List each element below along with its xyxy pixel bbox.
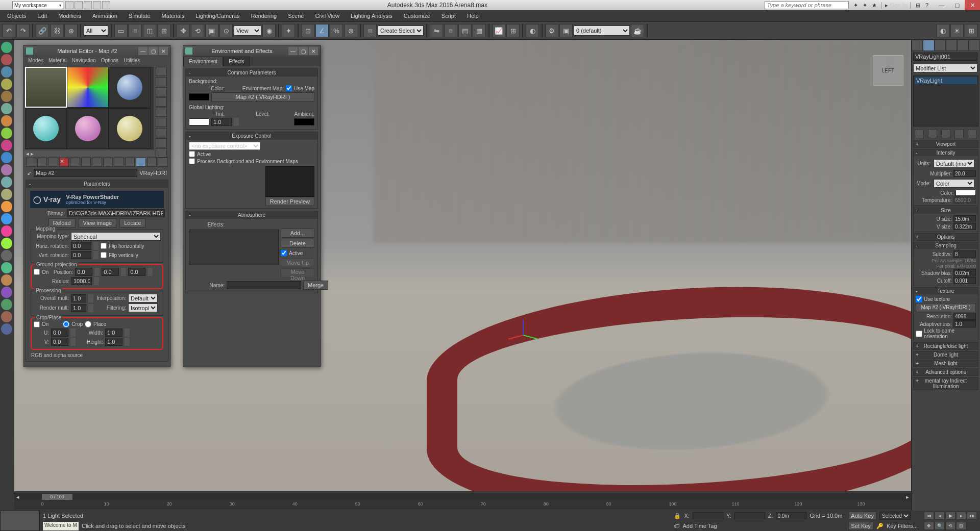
mat-side-video-icon[interactable]	[156, 118, 167, 127]
info-icon[interactable]: ?	[923, 1, 931, 9]
mat-side-sample-icon[interactable]	[156, 67, 167, 76]
geom-foliage-icon[interactable]	[1, 323, 12, 335]
scale-button[interactable]: ▣	[205, 24, 218, 37]
common-params-header[interactable]: Common Parameters	[186, 69, 317, 77]
vsize-input[interactable]	[953, 223, 976, 230]
goto-start-button[interactable]: ⏮	[924, 512, 934, 520]
qat-save-icon[interactable]	[84, 1, 92, 9]
dome-light-header[interactable]: Dome light	[914, 351, 978, 358]
mat-side-select-icon[interactable]	[156, 138, 167, 147]
unlink-button[interactable]: ⛓	[50, 24, 63, 37]
mat-tb-makeunique-icon[interactable]	[81, 158, 91, 167]
adaptiveness-input[interactable]	[953, 320, 976, 327]
key-mode-select[interactable]: Selected	[879, 512, 911, 520]
flip-vertical-checkbox[interactable]	[101, 252, 107, 258]
coord-x-input[interactable]	[693, 512, 723, 519]
matedit-menu-material[interactable]: Material	[48, 58, 67, 65]
flip-horizontal-checkbox[interactable]	[101, 243, 107, 249]
time-ruler[interactable]: 0102030405060708090100110120130	[14, 500, 911, 510]
selection-filter-dropdown[interactable]: All	[84, 26, 108, 36]
size-header[interactable]: Size	[914, 207, 978, 214]
snap-toggle-button[interactable]: ⊡	[301, 24, 314, 37]
mat-tb-getmat-icon[interactable]	[26, 158, 36, 167]
mat-tb-goparent-icon[interactable]	[136, 158, 146, 167]
mat-tb-assign-icon[interactable]	[48, 158, 58, 167]
filtering-select[interactable]: Isotropic	[128, 304, 158, 312]
effects-active-checkbox[interactable]	[281, 250, 287, 256]
stack-pin-icon[interactable]	[915, 129, 924, 138]
matedit-max-button[interactable]: ▢	[149, 47, 158, 55]
geom-tube-icon[interactable]	[1, 115, 12, 127]
menu-lighting-analysis[interactable]: Lighting Analysis	[346, 11, 398, 20]
geom-hose-icon[interactable]	[1, 311, 12, 322]
mat-slot-5[interactable]	[67, 108, 109, 149]
time-tag-icon[interactable]: 🏷	[674, 523, 679, 529]
stack-show-icon[interactable]	[928, 129, 937, 138]
render-button[interactable]: ☕	[631, 24, 644, 37]
geom-cone-icon[interactable]	[1, 103, 12, 114]
mat-slots-scrollbar[interactable]: ◂ ▸	[24, 150, 155, 157]
angle-snap-button[interactable]: ∠	[315, 24, 329, 37]
undo-button[interactable]: ↶	[2, 24, 15, 37]
mat-side-uvtiling-icon[interactable]	[156, 108, 167, 117]
link-button[interactable]: 🔗	[36, 24, 49, 37]
render-spinner[interactable]	[88, 304, 93, 312]
geom-cext-icon[interactable]	[1, 299, 12, 310]
light-color-swatch[interactable]	[955, 190, 976, 196]
mentalray-header[interactable]: mental ray Indirect Illumination	[914, 377, 978, 390]
mat-tb-matid-icon[interactable]	[103, 158, 113, 167]
effects-add-button[interactable]: Add...	[281, 229, 314, 238]
geom-spindle-icon[interactable]	[1, 201, 12, 212]
units-select[interactable]: Default (image)	[934, 159, 974, 168]
geom-chamfercyl-icon[interactable]	[1, 262, 12, 273]
placement-button[interactable]: ⊙	[219, 24, 233, 37]
multiplier-input[interactable]	[953, 170, 976, 177]
viewcube[interactable]: LEFT	[873, 55, 903, 86]
minimize-button[interactable]: —	[934, 0, 949, 10]
w-spinner[interactable]	[125, 328, 130, 337]
mat-slot-2[interactable]	[67, 67, 109, 108]
maximize-button[interactable]: ▢	[949, 0, 965, 10]
cmd-hierarchy-tab[interactable]	[935, 40, 946, 51]
close-button[interactable]: ✕	[965, 0, 980, 10]
overall-mult-input[interactable]	[71, 294, 86, 302]
redo-button[interactable]: ↷	[16, 24, 30, 37]
exposure-control-header[interactable]: Exposure Control	[186, 132, 317, 140]
mat-side-options-icon[interactable]	[156, 128, 167, 137]
vp-config-button[interactable]: ⊞	[965, 24, 978, 37]
mat-tb-puttolib-icon[interactable]	[92, 158, 102, 167]
overall-spinner[interactable]	[88, 294, 93, 302]
lock-dome-checkbox[interactable]	[916, 331, 922, 337]
cmd-create-tab[interactable]	[912, 40, 923, 51]
exposure-select[interactable]: <no exposure control>	[189, 142, 260, 150]
tint-swatch[interactable]	[189, 118, 209, 125]
use-map-checkbox[interactable]	[286, 85, 292, 91]
atmosphere-header[interactable]: Atmosphere	[186, 211, 317, 219]
h-spinner[interactable]	[125, 338, 130, 346]
matedit-menu-navigation[interactable]: Navigation	[72, 58, 96, 65]
material-editor-button[interactable]: ◐	[526, 24, 539, 37]
viewport-rollout-header[interactable]: Viewport	[914, 141, 978, 147]
pivot-button[interactable]: ◉	[262, 24, 276, 37]
use-texture-checkbox[interactable]	[916, 296, 922, 302]
nav-maximize-button[interactable]: ⊞	[956, 522, 966, 530]
effects-movedown-button[interactable]: Move Down	[281, 268, 314, 277]
geom-box-icon[interactable]	[1, 54, 12, 65]
temperature-input[interactable]	[953, 196, 976, 204]
key-filters-button[interactable]: Key Filters...	[887, 523, 918, 529]
modifier-stack[interactable]: VRayLight	[913, 75, 978, 127]
menu-simulate[interactable]: Simulate	[124, 11, 156, 20]
select-manipulate-button[interactable]: ✦	[282, 24, 295, 37]
bind-button[interactable]: ⊕	[64, 24, 78, 37]
mat-side-matid-icon[interactable]	[156, 148, 167, 158]
window-crossing-button[interactable]: ⊞	[157, 24, 170, 37]
ribbon-icon[interactable]: ⊞	[914, 1, 922, 9]
play-button[interactable]: ▶	[945, 512, 955, 520]
geom-cylinder-icon[interactable]	[1, 66, 12, 78]
intensity-header[interactable]: Intensity	[914, 149, 978, 156]
time-slider[interactable]: ◂ 0 / 100 ▸	[14, 493, 911, 500]
geom-teapot-icon[interactable]	[1, 91, 12, 102]
vp-shade-button[interactable]: ◐	[936, 24, 949, 37]
geom-plane-icon[interactable]	[1, 140, 12, 151]
render-preview-button[interactable]: Render Preview	[265, 197, 314, 206]
